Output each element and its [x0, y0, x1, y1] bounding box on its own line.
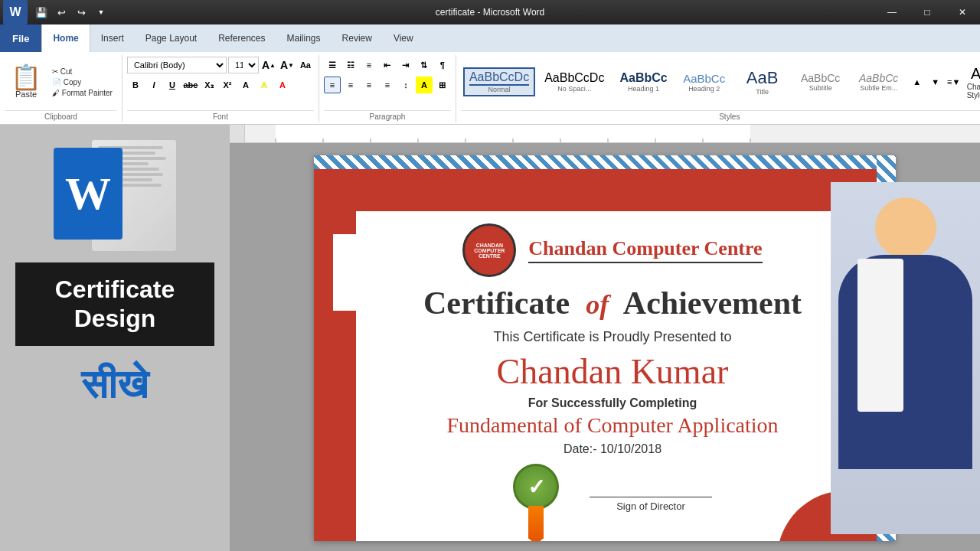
word-w-letter: W: [65, 168, 111, 220]
style-heading1-preview: AaBbCc: [619, 71, 667, 85]
styles-scroll-arrows: ▲ ▼ ≡▼: [909, 73, 962, 90]
multilevel-list-button[interactable]: ≡: [361, 57, 377, 73]
style-normal-label: Normal: [469, 86, 529, 93]
strikethrough-button[interactable]: abc: [182, 77, 199, 93]
styles-scroll-down[interactable]: ▼: [927, 73, 944, 90]
document-area: W CertificateDesign सीखे: [0, 125, 980, 551]
undo-button[interactable]: ↩: [52, 3, 70, 21]
cert-header-red: [314, 169, 877, 211]
bold-button[interactable]: B: [127, 77, 144, 93]
styles-scroll-up[interactable]: ▲: [909, 73, 926, 90]
medal-check: ✓: [528, 474, 545, 500]
ruler: [230, 125, 980, 143]
cert-title-of: of: [586, 289, 609, 320]
justify-button[interactable]: ≡: [379, 77, 396, 93]
align-right-button[interactable]: ≡: [361, 77, 377, 93]
text-highlight-button[interactable]: A: [256, 77, 273, 93]
change-styles-icon: Aa: [971, 65, 980, 83]
style-subtitle-label: Subtitle: [799, 84, 842, 92]
tab-home[interactable]: Home: [41, 24, 90, 52]
paragraph-group: ☰ ☷ ≡ ⇤ ⇥ ⇅ ¶ ≡ ≡ ≡ ≡ ↕ A ⊞ Paragraph: [319, 55, 456, 122]
cert-sign-text: Sign of Director: [590, 500, 712, 512]
redo-button[interactable]: ↪: [72, 3, 90, 21]
increase-indent-button[interactable]: ⇥: [397, 57, 414, 73]
styles-label: Styles: [461, 110, 980, 122]
ruler-corner: [230, 125, 245, 142]
cert-sign-line: [590, 497, 712, 497]
bullets-button[interactable]: ☰: [324, 57, 341, 73]
tab-review[interactable]: Review: [332, 24, 383, 52]
tab-references[interactable]: References: [207, 24, 276, 52]
style-title-label: Title: [741, 88, 784, 96]
format-painter-button[interactable]: 🖌 Format Painter: [49, 88, 116, 98]
tab-view[interactable]: View: [383, 24, 424, 52]
align-left-button[interactable]: ≡: [324, 77, 341, 93]
style-heading1[interactable]: AaBbCc Heading 1: [613, 68, 673, 96]
borders-button[interactable]: ⊞: [434, 77, 451, 93]
save-button[interactable]: 💾: [32, 3, 51, 21]
document-page: CHANDAN COMPUTER CENTRE Chandan Computer…: [314, 155, 896, 541]
font-group: Calibri (Body) 11 A▲ A▼ Aa B I U abc X₂ …: [122, 55, 319, 122]
person-shirt: [858, 259, 903, 412]
style-title-preview: AaB: [741, 68, 784, 88]
style-subtle-em-label: Subtle Em...: [858, 84, 900, 92]
underline-button[interactable]: U: [164, 77, 181, 93]
cut-button[interactable]: ✂ Cut: [49, 67, 116, 77]
paste-button[interactable]: 📋 Paste: [6, 64, 46, 100]
style-heading2[interactable]: AaBbCc Heading 2: [677, 69, 732, 96]
subscript-button[interactable]: X₂: [201, 77, 217, 93]
sort-button[interactable]: ⇅: [416, 57, 433, 73]
change-styles-button[interactable]: Aa ChangeStyles: [964, 62, 980, 103]
font-size-select[interactable]: 11: [228, 57, 259, 73]
cert-org-name: Chandan Computer Centre: [528, 237, 762, 260]
paragraph-label: Paragraph: [324, 110, 451, 122]
cert-top-border: [314, 155, 896, 169]
document-canvas-area: CHANDAN COMPUTER CENTRE Chandan Computer…: [230, 125, 980, 551]
text-effects-button[interactable]: A: [237, 77, 254, 93]
superscript-button[interactable]: X²: [219, 77, 236, 93]
document-scroll-area[interactable]: CHANDAN COMPUTER CENTRE Chandan Computer…: [230, 143, 980, 551]
font-size-down-button[interactable]: A▼: [279, 57, 296, 73]
cert-left-red: [314, 211, 356, 541]
style-normal[interactable]: AaBbCcDc Normal: [463, 67, 535, 96]
paste-label: Paste: [15, 90, 37, 99]
tab-mailings[interactable]: Mailings: [276, 24, 332, 52]
maximize-button[interactable]: □: [910, 0, 945, 24]
clipboard-group: 📋 Paste ✂ Cut 📄 Copy 🖌 Format Painter Cl…: [0, 55, 122, 122]
tab-page-layout[interactable]: Page Layout: [135, 24, 207, 52]
clear-formatting-button[interactable]: Aa: [297, 57, 314, 73]
align-center-button[interactable]: ≡: [342, 77, 359, 93]
style-no-spacing-preview: AaBbCcDc: [544, 71, 604, 85]
font-name-select[interactable]: Calibri (Body): [127, 57, 227, 73]
style-subtitle[interactable]: AaBbCc Subtitle: [793, 69, 848, 95]
italic-button[interactable]: I: [145, 77, 162, 93]
sidebar: W CertificateDesign सीखे: [0, 125, 230, 551]
font-size-up-button[interactable]: A▲: [260, 57, 277, 73]
shading-button[interactable]: A: [416, 77, 433, 93]
cert-title-part2: Achievement: [623, 285, 802, 321]
cert-org-name-area: Chandan Computer Centre: [528, 237, 762, 263]
numbering-button[interactable]: ☷: [342, 57, 359, 73]
minimize-button[interactable]: —: [874, 0, 910, 24]
style-no-spacing-label: No Spaci...: [544, 85, 604, 93]
copy-button[interactable]: 📄 Copy: [49, 77, 116, 87]
font-color-button[interactable]: A: [274, 77, 291, 93]
word-blue-cover: W: [54, 148, 122, 240]
style-title[interactable]: AaB Title: [735, 65, 790, 99]
person-photo: [831, 182, 980, 534]
quick-access-toolbar: W 💾 ↩ ↪ ▼: [0, 0, 113, 24]
styles-more[interactable]: ≡▼: [946, 73, 962, 90]
style-subtle-em[interactable]: AaBbCc Subtle Em...: [851, 69, 906, 95]
show-hide-button[interactable]: ¶: [434, 57, 451, 73]
decrease-indent-button[interactable]: ⇤: [379, 57, 396, 73]
word-logo-area: W: [54, 140, 176, 255]
style-no-spacing[interactable]: AaBbCcDc No Spaci...: [538, 68, 610, 96]
close-button[interactable]: ✕: [945, 0, 980, 24]
tab-file[interactable]: File: [0, 24, 41, 52]
tab-insert[interactable]: Insert: [90, 24, 135, 52]
clipboard-label: Clipboard: [5, 110, 117, 122]
customize-button[interactable]: ▼: [92, 3, 110, 21]
medal-circle: ✓: [513, 464, 559, 510]
style-subtitle-preview: AaBbCc: [799, 72, 842, 84]
line-spacing-button[interactable]: ↕: [397, 77, 414, 93]
